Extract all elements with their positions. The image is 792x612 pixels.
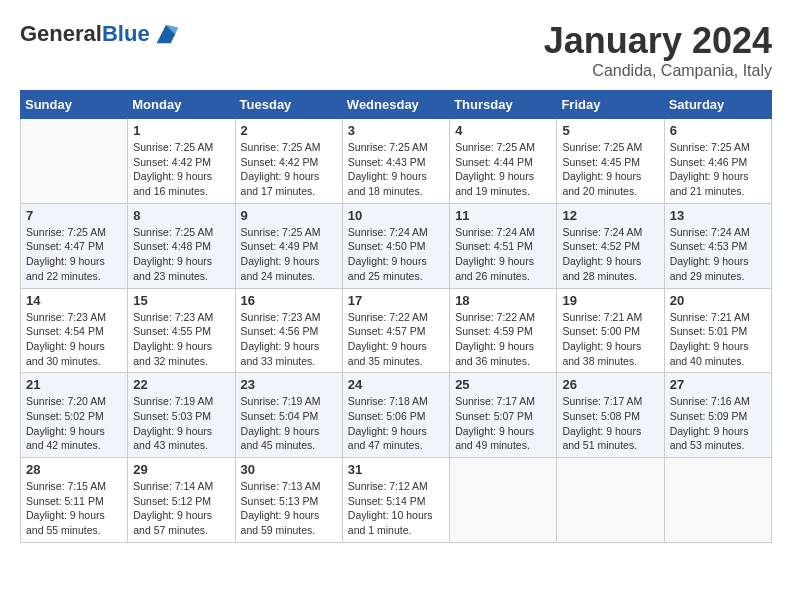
day-of-week-header: Monday (128, 91, 235, 119)
day-number: 14 (26, 293, 122, 308)
calendar-week-row: 1Sunrise: 7:25 AMSunset: 4:42 PMDaylight… (21, 119, 772, 204)
calendar-cell: 1Sunrise: 7:25 AMSunset: 4:42 PMDaylight… (128, 119, 235, 204)
day-of-week-header: Wednesday (342, 91, 449, 119)
day-info: Sunrise: 7:21 AMSunset: 5:01 PMDaylight:… (670, 310, 766, 369)
calendar-cell: 22Sunrise: 7:19 AMSunset: 5:03 PMDayligh… (128, 373, 235, 458)
day-number: 18 (455, 293, 551, 308)
calendar-week-row: 14Sunrise: 7:23 AMSunset: 4:54 PMDayligh… (21, 288, 772, 373)
day-number: 27 (670, 377, 766, 392)
calendar-cell: 10Sunrise: 7:24 AMSunset: 4:50 PMDayligh… (342, 203, 449, 288)
calendar-header-row: SundayMondayTuesdayWednesdayThursdayFrid… (21, 91, 772, 119)
month-title: January 2024 (544, 20, 772, 62)
logo: GeneralBlue (20, 20, 180, 48)
calendar-cell: 28Sunrise: 7:15 AMSunset: 5:11 PMDayligh… (21, 458, 128, 543)
calendar-week-row: 21Sunrise: 7:20 AMSunset: 5:02 PMDayligh… (21, 373, 772, 458)
day-number: 16 (241, 293, 337, 308)
day-number: 11 (455, 208, 551, 223)
day-of-week-header: Friday (557, 91, 664, 119)
day-number: 7 (26, 208, 122, 223)
day-info: Sunrise: 7:19 AMSunset: 5:04 PMDaylight:… (241, 394, 337, 453)
title-block: January 2024 Candida, Campania, Italy (544, 20, 772, 80)
day-info: Sunrise: 7:17 AMSunset: 5:07 PMDaylight:… (455, 394, 551, 453)
calendar-cell: 12Sunrise: 7:24 AMSunset: 4:52 PMDayligh… (557, 203, 664, 288)
day-info: Sunrise: 7:12 AMSunset: 5:14 PMDaylight:… (348, 479, 444, 538)
day-number: 31 (348, 462, 444, 477)
day-of-week-header: Saturday (664, 91, 771, 119)
day-info: Sunrise: 7:15 AMSunset: 5:11 PMDaylight:… (26, 479, 122, 538)
calendar-cell (664, 458, 771, 543)
day-number: 13 (670, 208, 766, 223)
day-info: Sunrise: 7:24 AMSunset: 4:51 PMDaylight:… (455, 225, 551, 284)
day-number: 3 (348, 123, 444, 138)
day-info: Sunrise: 7:22 AMSunset: 4:57 PMDaylight:… (348, 310, 444, 369)
day-info: Sunrise: 7:25 AMSunset: 4:48 PMDaylight:… (133, 225, 229, 284)
day-number: 1 (133, 123, 229, 138)
day-info: Sunrise: 7:17 AMSunset: 5:08 PMDaylight:… (562, 394, 658, 453)
location-title: Candida, Campania, Italy (544, 62, 772, 80)
day-info: Sunrise: 7:25 AMSunset: 4:42 PMDaylight:… (133, 140, 229, 199)
calendar-cell (557, 458, 664, 543)
calendar-cell: 26Sunrise: 7:17 AMSunset: 5:08 PMDayligh… (557, 373, 664, 458)
calendar-cell: 3Sunrise: 7:25 AMSunset: 4:43 PMDaylight… (342, 119, 449, 204)
day-number: 2 (241, 123, 337, 138)
calendar-cell: 5Sunrise: 7:25 AMSunset: 4:45 PMDaylight… (557, 119, 664, 204)
calendar-cell: 23Sunrise: 7:19 AMSunset: 5:04 PMDayligh… (235, 373, 342, 458)
calendar-cell (450, 458, 557, 543)
day-info: Sunrise: 7:25 AMSunset: 4:45 PMDaylight:… (562, 140, 658, 199)
day-number: 9 (241, 208, 337, 223)
day-number: 12 (562, 208, 658, 223)
day-info: Sunrise: 7:18 AMSunset: 5:06 PMDaylight:… (348, 394, 444, 453)
calendar-cell: 11Sunrise: 7:24 AMSunset: 4:51 PMDayligh… (450, 203, 557, 288)
day-info: Sunrise: 7:25 AMSunset: 4:47 PMDaylight:… (26, 225, 122, 284)
page-header: GeneralBlue January 2024 Candida, Campan… (20, 20, 772, 80)
calendar-week-row: 28Sunrise: 7:15 AMSunset: 5:11 PMDayligh… (21, 458, 772, 543)
calendar-cell: 13Sunrise: 7:24 AMSunset: 4:53 PMDayligh… (664, 203, 771, 288)
calendar-table: SundayMondayTuesdayWednesdayThursdayFrid… (20, 90, 772, 543)
day-number: 28 (26, 462, 122, 477)
day-info: Sunrise: 7:13 AMSunset: 5:13 PMDaylight:… (241, 479, 337, 538)
day-info: Sunrise: 7:24 AMSunset: 4:52 PMDaylight:… (562, 225, 658, 284)
day-number: 6 (670, 123, 766, 138)
calendar-cell: 20Sunrise: 7:21 AMSunset: 5:01 PMDayligh… (664, 288, 771, 373)
logo-blue-text: Blue (102, 21, 150, 46)
day-info: Sunrise: 7:24 AMSunset: 4:53 PMDaylight:… (670, 225, 766, 284)
day-of-week-header: Tuesday (235, 91, 342, 119)
calendar-cell: 19Sunrise: 7:21 AMSunset: 5:00 PMDayligh… (557, 288, 664, 373)
calendar-cell: 31Sunrise: 7:12 AMSunset: 5:14 PMDayligh… (342, 458, 449, 543)
day-number: 24 (348, 377, 444, 392)
day-number: 17 (348, 293, 444, 308)
calendar-cell: 16Sunrise: 7:23 AMSunset: 4:56 PMDayligh… (235, 288, 342, 373)
day-of-week-header: Thursday (450, 91, 557, 119)
calendar-cell: 2Sunrise: 7:25 AMSunset: 4:42 PMDaylight… (235, 119, 342, 204)
logo-icon (152, 20, 180, 48)
calendar-cell: 21Sunrise: 7:20 AMSunset: 5:02 PMDayligh… (21, 373, 128, 458)
day-info: Sunrise: 7:24 AMSunset: 4:50 PMDaylight:… (348, 225, 444, 284)
calendar-cell (21, 119, 128, 204)
calendar-cell: 14Sunrise: 7:23 AMSunset: 4:54 PMDayligh… (21, 288, 128, 373)
logo-general-text: General (20, 21, 102, 46)
day-info: Sunrise: 7:21 AMSunset: 5:00 PMDaylight:… (562, 310, 658, 369)
day-info: Sunrise: 7:23 AMSunset: 4:56 PMDaylight:… (241, 310, 337, 369)
calendar-cell: 6Sunrise: 7:25 AMSunset: 4:46 PMDaylight… (664, 119, 771, 204)
day-info: Sunrise: 7:23 AMSunset: 4:54 PMDaylight:… (26, 310, 122, 369)
day-number: 4 (455, 123, 551, 138)
calendar-cell: 15Sunrise: 7:23 AMSunset: 4:55 PMDayligh… (128, 288, 235, 373)
day-info: Sunrise: 7:14 AMSunset: 5:12 PMDaylight:… (133, 479, 229, 538)
day-number: 19 (562, 293, 658, 308)
calendar-cell: 27Sunrise: 7:16 AMSunset: 5:09 PMDayligh… (664, 373, 771, 458)
day-info: Sunrise: 7:25 AMSunset: 4:49 PMDaylight:… (241, 225, 337, 284)
day-info: Sunrise: 7:25 AMSunset: 4:44 PMDaylight:… (455, 140, 551, 199)
day-number: 26 (562, 377, 658, 392)
calendar-cell: 4Sunrise: 7:25 AMSunset: 4:44 PMDaylight… (450, 119, 557, 204)
calendar-week-row: 7Sunrise: 7:25 AMSunset: 4:47 PMDaylight… (21, 203, 772, 288)
day-number: 30 (241, 462, 337, 477)
calendar-cell: 8Sunrise: 7:25 AMSunset: 4:48 PMDaylight… (128, 203, 235, 288)
day-number: 10 (348, 208, 444, 223)
day-info: Sunrise: 7:16 AMSunset: 5:09 PMDaylight:… (670, 394, 766, 453)
day-number: 23 (241, 377, 337, 392)
calendar-cell: 18Sunrise: 7:22 AMSunset: 4:59 PMDayligh… (450, 288, 557, 373)
day-number: 5 (562, 123, 658, 138)
calendar-cell: 30Sunrise: 7:13 AMSunset: 5:13 PMDayligh… (235, 458, 342, 543)
day-info: Sunrise: 7:25 AMSunset: 4:43 PMDaylight:… (348, 140, 444, 199)
day-number: 15 (133, 293, 229, 308)
